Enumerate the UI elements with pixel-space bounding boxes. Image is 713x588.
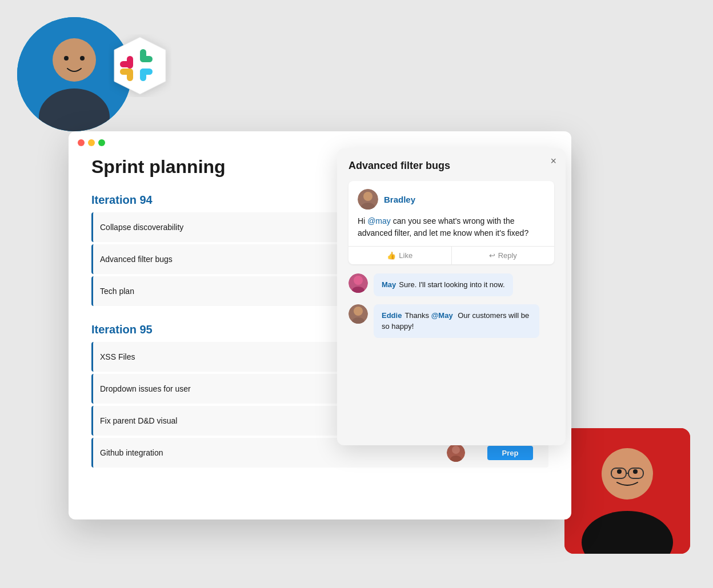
svg-rect-7 — [120, 61, 133, 67]
task-name: Github integration — [100, 448, 433, 457]
message-actions-bar: 👍 Like ↩ Reply — [349, 246, 554, 264]
reply-author-may: May — [382, 280, 396, 289]
svg-point-4 — [80, 56, 85, 61]
main-message-card: Bradley Hi @may can you see what's wrong… — [349, 181, 554, 264]
message-text: Hi @may can you see what's wrong with th… — [358, 215, 545, 239]
reply-avatar-eddie — [349, 304, 368, 324]
svg-point-3 — [64, 56, 69, 61]
svg-point-47 — [354, 276, 363, 285]
like-icon: 👍 — [387, 251, 396, 260]
svg-point-17 — [617, 469, 622, 474]
svg-rect-13 — [140, 69, 153, 75]
status-badge: Prep — [487, 446, 533, 460]
mention-may: @may — [367, 216, 391, 225]
reply-button[interactable]: ↩ Reply — [452, 247, 555, 264]
svg-point-50 — [354, 307, 363, 316]
svg-point-1 — [53, 38, 96, 82]
reply-avatar-may — [349, 273, 368, 293]
svg-point-44 — [363, 192, 372, 201]
reply-may: MaySure. I'll start looking into it now. — [349, 273, 554, 296]
like-label: Like — [399, 251, 412, 260]
task-owner — [433, 444, 479, 462]
svg-rect-11 — [120, 69, 133, 75]
person-photo-right — [564, 428, 690, 554]
reply-content-eddie: EddieThanks @May Our customers will be s… — [374, 304, 539, 338]
close-light[interactable] — [78, 139, 85, 146]
svg-point-41 — [452, 446, 460, 454]
svg-rect-9 — [140, 56, 153, 62]
svg-point-18 — [633, 469, 638, 474]
mention-may-eddie: @May — [431, 311, 453, 320]
reply-author-eddie: Eddie — [382, 311, 402, 320]
window-controls — [69, 131, 571, 151]
reply-eddie: EddieThanks @May Our customers will be s… — [349, 304, 554, 338]
panel-title: Advanced filter bugs — [349, 160, 554, 172]
author-avatar — [358, 189, 378, 210]
slack-hexagon-logo — [109, 34, 171, 97]
task-status: Prep — [479, 446, 542, 460]
avatar — [447, 444, 465, 462]
like-button[interactable]: 👍 Like — [349, 247, 452, 264]
reply-label: Reply — [498, 251, 517, 260]
message-author-row: Bradley — [358, 189, 545, 210]
author-name: Bradley — [384, 195, 415, 204]
reply-icon: ↩ — [489, 251, 495, 260]
close-button[interactable]: × — [550, 155, 556, 167]
reply-content-may: MaySure. I'll start looking into it now. — [374, 273, 513, 296]
minimize-light[interactable] — [88, 139, 95, 146]
fullscreen-light[interactable] — [98, 139, 105, 146]
comment-panel: × Advanced filter bugs Bradley Hi @may c… — [337, 148, 566, 445]
